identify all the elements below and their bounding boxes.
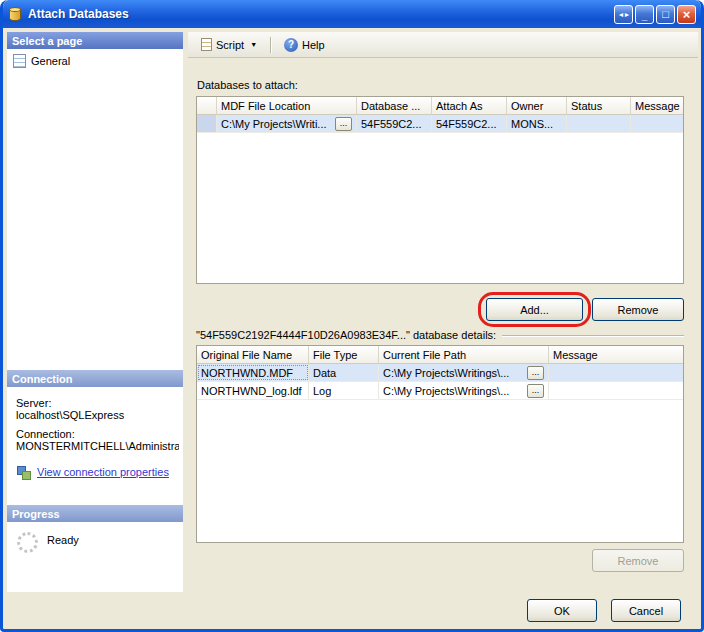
database-details-label-row: "54F559C2192F4444F10D26A0983E34F..." dat… [196,329,684,341]
main-panel: Script ▼ Help Databases to attach: MDF F… [188,32,698,592]
current-file-path-cell[interactable]: C:\My Projects\Writings\... ... [379,364,549,381]
remove-button[interactable]: Remove [592,298,684,321]
script-button-label: Script [216,39,244,51]
database-icon [9,7,23,22]
cancel-button[interactable]: Cancel [611,599,681,622]
file-type-cell[interactable]: Log [309,382,379,399]
column-header-current-file-path[interactable]: Current File Path [379,346,549,363]
browse-path-button[interactable]: ... [527,366,544,380]
minimize-icon: _ [642,11,648,21]
column-header-owner[interactable]: Owner [507,97,567,114]
help-icon [284,38,298,52]
sidebar-item-label: General [31,55,70,67]
dialog-footer: OK Cancel [3,592,701,629]
dialog-body: Select a page General Connection Server:… [3,28,701,592]
connection-properties-icon [16,465,31,479]
script-button[interactable]: Script ▼ [194,35,264,54]
table-row[interactable]: C:\My Projects\Writi... ... 54F559C2... … [197,115,683,133]
column-header-mdf-file-location[interactable]: MDF File Location [217,97,357,114]
progress-spinner-icon [17,532,38,553]
message-cell [631,115,683,132]
toolbar-separator [270,37,271,53]
progress-panel: Ready [7,522,183,592]
help-button[interactable]: Help [277,35,332,55]
view-connection-properties-link[interactable]: View connection properties [37,466,169,478]
details-table-empty-area [197,400,683,542]
database-details-label: "54F559C2192F4444F10D26A0983E34F..." dat… [196,329,496,341]
titlebar[interactable]: Attach Databases ◄► _ □ × [3,0,701,28]
attach-table-empty-area [197,133,683,283]
chevron-down-icon: ▼ [250,41,257,48]
connection-properties-row: View connection properties [16,465,179,479]
table-row[interactable]: NORTHWND.MDF Data C:\My Projects\Writing… [197,364,683,382]
sidebar-item-general[interactable]: General [9,51,183,71]
details-table-buttons: Remove [196,549,684,572]
current-file-path-value: C:\My Projects\Writings\... [383,385,509,397]
main-content: Databases to attach: MDF File Location D… [188,58,698,592]
original-file-name-cell[interactable]: NORTHWND_log.ldf [197,382,309,399]
database-details-table: Original File Name File Type Current Fil… [196,345,684,543]
column-header-attach-as[interactable]: Attach As [432,97,507,114]
dock-button[interactable]: ◄► [614,5,633,24]
databases-to-attach-label: Databases to attach: [197,79,684,91]
mdf-file-location-value: C:\My Projects\Writi... [221,118,327,130]
current-file-path-cell[interactable]: C:\My Projects\Writings\... ... [379,382,549,399]
owner-cell[interactable]: MONS... [507,115,567,132]
details-divider [502,335,684,337]
attach-as-cell[interactable]: 54F559C2... [432,115,507,132]
message-cell [549,364,683,381]
file-type-cell[interactable]: Data [309,364,379,381]
current-file-path-value: C:\My Projects\Writings\... [383,367,509,379]
browse-mdf-button[interactable]: ... [335,117,352,131]
column-header-message[interactable]: Message [631,97,683,114]
attach-databases-window: Attach Databases ◄► _ □ × Select a page … [0,0,704,632]
browse-path-button[interactable]: ... [527,384,544,398]
minimize-button[interactable]: _ [635,5,654,24]
toolbar: Script ▼ Help [188,32,698,58]
column-header-message[interactable]: Message [549,346,683,363]
column-header-original-file-name[interactable]: Original File Name [197,346,309,363]
column-header-status[interactable]: Status [567,97,631,114]
column-header-file-type[interactable]: File Type [309,346,379,363]
message-cell [549,382,683,399]
maximize-icon: □ [662,9,669,20]
databases-to-attach-table: MDF File Location Database ... Attach As… [196,96,684,284]
window-title: Attach Databases [28,7,609,21]
row-selector-header [197,97,217,114]
page-list: General [7,49,183,370]
script-icon [201,38,212,51]
connection-header: Connection [7,370,183,387]
add-button-wrap: Add... [486,298,583,321]
progress-status: Ready [47,534,79,546]
server-value: localhost\SQLExpress [16,409,179,421]
maximize-button[interactable]: □ [656,5,675,24]
attach-table-header: MDF File Location Database ... Attach As… [197,97,683,115]
window-controls: ◄► _ □ × [614,5,696,24]
row-selector-cell[interactable] [197,115,217,132]
sidebar: Select a page General Connection Server:… [7,32,183,592]
connection-label: Connection: [16,428,179,440]
close-button[interactable]: × [677,5,696,24]
select-a-page-header: Select a page [7,32,183,49]
details-table-header: Original File Name File Type Current Fil… [197,346,683,364]
ok-button[interactable]: OK [527,599,597,622]
mdf-file-location-cell[interactable]: C:\My Projects\Writi... ... [217,115,357,132]
table-row[interactable]: NORTHWND_log.ldf Log C:\My Projects\Writ… [197,382,683,400]
remove-details-button[interactable]: Remove [592,549,684,572]
attach-table-buttons: Add... Remove [196,298,684,321]
original-file-name-cell[interactable]: NORTHWND.MDF [197,364,309,381]
database-cell[interactable]: 54F559C2... [357,115,432,132]
server-label: Server: [16,397,179,409]
connection-panel: Server: localhost\SQLExpress Connection:… [7,387,183,505]
status-cell [567,115,631,132]
close-icon: × [683,8,691,21]
general-page-icon [13,54,26,68]
help-button-label: Help [302,39,325,51]
progress-header: Progress [7,505,183,522]
connection-value: MONSTERMITCHELL\Administra [16,440,179,452]
column-header-database[interactable]: Database ... [357,97,432,114]
dock-icon: ◄► [618,11,630,18]
add-button[interactable]: Add... [486,298,583,321]
